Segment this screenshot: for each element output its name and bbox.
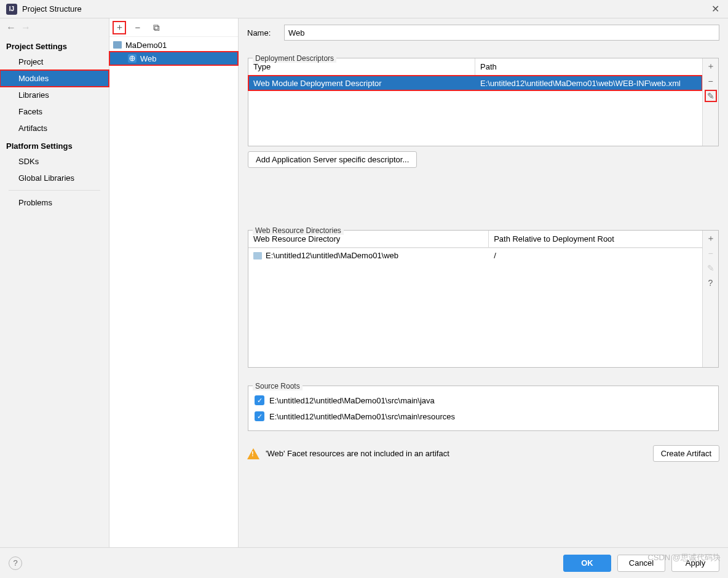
- deployment-side-buttons: ＋ − ✎: [702, 58, 718, 146]
- sidebar-item-global-libraries[interactable]: Global Libraries: [0, 170, 109, 186]
- webres-empty-space: [248, 263, 702, 367]
- create-artifact-button[interactable]: Create Artifact: [653, 445, 719, 462]
- deployment-empty-space: [248, 90, 702, 146]
- copy-icon[interactable]: ⧉: [150, 22, 162, 34]
- add-icon[interactable]: ＋: [113, 22, 125, 34]
- webres-row-dir: E:\untitled12\untitled\MaDemo01\web: [266, 251, 489, 260]
- back-icon[interactable]: ←: [6, 22, 16, 33]
- webres-edit-icon[interactable]: ✎: [705, 263, 716, 274]
- section-project-settings: Project Settings: [0, 37, 109, 53]
- sidebar-item-problems[interactable]: Problems: [0, 194, 109, 211]
- left-sidebar: ← → Project Settings Project Modules Lib…: [0, 18, 109, 547]
- deployment-table: Type Path Web Module Deployment Descript…: [248, 58, 719, 146]
- webres-legend: Web Resource Directories: [253, 226, 344, 235]
- webres-add-icon[interactable]: ＋: [705, 233, 716, 244]
- close-icon[interactable]: ✕: [709, 3, 722, 15]
- apply-button[interactable]: Apply: [671, 555, 719, 572]
- forward-icon[interactable]: →: [21, 22, 31, 33]
- titlebar: IJ Project Structure ✕: [0, 0, 728, 18]
- name-row: Name:: [247, 25, 719, 41]
- webres-header-rel: Path Relative to Deployment Root: [489, 231, 702, 247]
- source-root-row-1[interactable]: ✓ E:\untitled12\untitled\MaDemo01\src\ma…: [255, 408, 712, 424]
- sidebar-item-project[interactable]: Project: [0, 53, 109, 70]
- cancel-button[interactable]: Cancel: [617, 555, 665, 572]
- warning-text: 'Web' Facet resources are not included i…: [266, 449, 647, 458]
- checkbox-checked-icon[interactable]: ✓: [255, 395, 264, 405]
- app-icon: IJ: [6, 4, 17, 15]
- web-icon: [128, 54, 136, 63]
- main-area: ← → Project Settings Project Modules Lib…: [0, 18, 728, 547]
- deployment-header-path: Path: [475, 58, 702, 75]
- section-platform-settings: Platform Settings: [0, 137, 109, 153]
- sidebar-divider: [9, 190, 100, 191]
- tree-list: MaDemo01 Web: [109, 37, 238, 66]
- warning-icon: [247, 448, 259, 459]
- sidebar-item-sdks[interactable]: SDKs: [0, 153, 109, 170]
- checkbox-checked-icon[interactable]: ✓: [255, 411, 264, 421]
- sidebar-item-facets[interactable]: Facets: [0, 103, 109, 120]
- webres-help-icon[interactable]: ?: [705, 277, 716, 288]
- warning-bar: 'Web' Facet resources are not included i…: [247, 443, 719, 464]
- webres-table: Web Resource Directory Path Relative to …: [248, 230, 719, 368]
- folder-icon: [253, 252, 262, 259]
- source-root-path-0: E:\untitled12\untitled\MaDemo01\src\main…: [269, 396, 435, 405]
- sidebar-item-libraries[interactable]: Libraries: [0, 87, 109, 103]
- deployment-row-type: Web Module Deployment Descriptor: [248, 77, 475, 90]
- content-panel: Name: Deployment Descriptors Type Path W…: [239, 18, 728, 547]
- tree-root-label: MaDemo01: [125, 41, 167, 50]
- tree-item-root[interactable]: MaDemo01: [109, 38, 238, 52]
- name-label: Name:: [247, 28, 278, 38]
- spacer: [247, 176, 719, 213]
- deployment-row[interactable]: Web Module Deployment Descriptor E:\unti…: [248, 76, 702, 90]
- source-roots-body: ✓ E:\untitled12\untitled\MaDemo01\src\ma…: [248, 386, 719, 431]
- source-roots-group: Source Roots ✓ E:\untitled12\untitled\Ma…: [247, 376, 719, 432]
- webres-remove-icon[interactable]: −: [705, 248, 716, 259]
- tree-item-web[interactable]: Web: [109, 52, 238, 65]
- sidebar-item-artifacts[interactable]: Artifacts: [0, 120, 109, 137]
- module-tree-panel: ＋ − ⧉ MaDemo01 Web: [109, 18, 239, 547]
- folder-icon: [113, 41, 122, 49]
- deployment-add-icon[interactable]: ＋: [705, 61, 716, 72]
- sidebar-item-modules[interactable]: Modules: [0, 70, 109, 87]
- webres-row-rel: /: [489, 251, 702, 260]
- source-root-row-0[interactable]: ✓ E:\untitled12\untitled\MaDemo01\src\ma…: [255, 392, 712, 408]
- nav-arrows: ← →: [0, 18, 109, 37]
- deployment-row-path: E:\untitled12\untitled\MaDemo01\web\WEB-…: [475, 77, 702, 90]
- source-roots-legend: Source Roots: [253, 382, 303, 390]
- window-title: Project Structure: [22, 4, 709, 14]
- webres-row[interactable]: E:\untitled12\untitled\MaDemo01\web /: [248, 248, 702, 263]
- deployment-remove-icon[interactable]: −: [705, 76, 716, 87]
- web-resource-group: Web Resource Directories Web Resource Di…: [247, 220, 719, 368]
- tree-web-label: Web: [140, 54, 157, 63]
- ok-button[interactable]: OK: [563, 555, 611, 572]
- add-server-descriptor-button[interactable]: Add Application Server specific descript…: [248, 151, 417, 168]
- help-icon[interactable]: ?: [9, 556, 22, 570]
- webres-side-buttons: ＋ − ✎ ?: [702, 231, 718, 367]
- deployment-legend: Deployment Descriptors: [253, 54, 336, 63]
- name-input[interactable]: [284, 25, 719, 41]
- tree-toolbar: ＋ − ⧉: [109, 18, 238, 37]
- deployment-descriptors-group: Deployment Descriptors Type Path Web Mod…: [247, 48, 719, 168]
- remove-icon[interactable]: −: [132, 22, 144, 34]
- deployment-edit-icon[interactable]: ✎: [705, 90, 716, 101]
- source-root-path-1: E:\untitled12\untitled\MaDemo01\src\main…: [269, 412, 455, 421]
- dialog-button-bar: ? OK Cancel Apply: [0, 547, 728, 578]
